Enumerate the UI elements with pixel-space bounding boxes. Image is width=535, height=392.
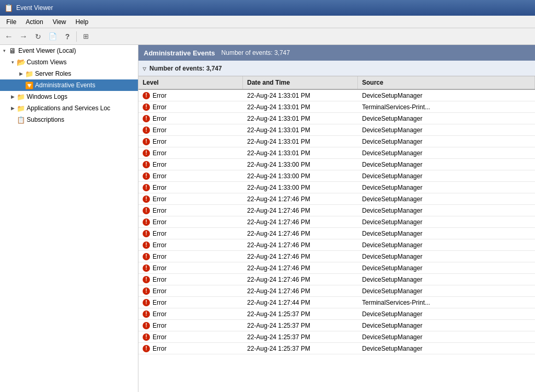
event-source-cell: DeviceSetupManager xyxy=(358,262,535,273)
error-icon: ! xyxy=(143,287,150,295)
event-level-text: Error xyxy=(153,264,167,272)
toggle-console-button[interactable]: ⊞ xyxy=(79,30,92,43)
event-row[interactable]: !Error22-Aug-24 1:33:01 PMDeviceSetupMan… xyxy=(138,124,535,136)
col-header-level[interactable]: Level xyxy=(138,76,243,89)
error-icon: ! xyxy=(143,264,150,272)
event-row[interactable]: !Error22-Aug-24 1:27:46 PMDeviceSetupMan… xyxy=(138,205,535,216)
event-source-cell: DeviceSetupManager xyxy=(358,113,535,124)
event-level-cell: !Error xyxy=(138,136,243,147)
col-header-datetime[interactable]: Date and Time xyxy=(243,76,358,89)
event-row[interactable]: !Error22-Aug-24 1:25:37 PMDeviceSetupMan… xyxy=(138,308,535,320)
event-level-cell: !Error xyxy=(138,159,243,170)
event-level-text: Error xyxy=(153,322,167,329)
tree-label-app-services: Applications and Services Loc xyxy=(27,105,110,112)
tree-item-custom-views[interactable]: ▾ 📂 Custom Views xyxy=(0,56,138,68)
event-row[interactable]: !Error22-Aug-24 1:27:46 PMDeviceSetupMan… xyxy=(138,262,535,274)
event-row[interactable]: !Error22-Aug-24 1:33:01 PMDeviceSetupMan… xyxy=(138,90,535,101)
expander-local[interactable]: ▾ xyxy=(0,47,8,55)
event-level-cell: !Error xyxy=(138,124,243,135)
error-icon: ! xyxy=(143,310,150,318)
event-level-cell: !Error xyxy=(138,343,243,354)
event-row[interactable]: !Error22-Aug-24 1:33:01 PMDeviceSetupMan… xyxy=(138,113,535,124)
error-icon: ! xyxy=(143,172,150,180)
event-row[interactable]: !Error22-Aug-24 1:33:01 PMTerminalServic… xyxy=(138,101,535,113)
event-row[interactable]: !Error22-Aug-24 1:27:46 PMDeviceSetupMan… xyxy=(138,251,535,262)
event-level-text: Error xyxy=(153,287,167,295)
filter-count-text: Number of events: 3,747 xyxy=(149,65,222,72)
tree-item-subscriptions[interactable]: ▶ 📋 Subscriptions xyxy=(0,114,138,125)
event-row[interactable]: !Error22-Aug-24 1:33:01 PMDeviceSetupMan… xyxy=(138,136,535,147)
tree-item-windows-logs[interactable]: ▶ 📁 Windows Logs xyxy=(0,91,138,102)
event-datetime-cell: 22-Aug-24 1:33:01 PM xyxy=(243,136,358,147)
event-source-cell: DeviceSetupManager xyxy=(358,90,535,101)
tree-item-app-services[interactable]: ▶ 📁 Applications and Services Loc xyxy=(0,102,138,114)
events-list[interactable]: !Error22-Aug-24 1:33:01 PMDeviceSetupMan… xyxy=(138,90,535,392)
folder-open-icon: 📂 xyxy=(17,58,25,66)
event-datetime-cell: 22-Aug-24 1:27:44 PM xyxy=(243,297,358,308)
event-source-cell: DeviceSetupManager xyxy=(358,182,535,193)
event-row[interactable]: !Error22-Aug-24 1:27:46 PMDeviceSetupMan… xyxy=(138,274,535,285)
menu-action[interactable]: Action xyxy=(21,17,47,27)
back-button[interactable]: ← xyxy=(2,30,16,43)
menu-help[interactable]: Help xyxy=(72,17,93,27)
event-datetime-cell: 22-Aug-24 1:33:01 PM xyxy=(243,90,358,101)
event-level-text: Error xyxy=(153,230,167,237)
event-datetime-cell: 22-Aug-24 1:25:37 PM xyxy=(243,343,358,354)
event-row[interactable]: !Error22-Aug-24 1:27:46 PMDeviceSetupMan… xyxy=(138,228,535,239)
event-row[interactable]: !Error22-Aug-24 1:27:46 PMDeviceSetupMan… xyxy=(138,239,535,251)
expander-custom-views[interactable]: ▾ xyxy=(8,58,17,66)
expander-windows-logs[interactable]: ▶ xyxy=(8,93,17,101)
event-row[interactable]: !Error22-Aug-24 1:33:00 PMDeviceSetupMan… xyxy=(138,170,535,182)
expander-app-services[interactable]: ▶ xyxy=(8,104,17,112)
event-level-text: Error xyxy=(153,345,167,352)
event-datetime-cell: 22-Aug-24 1:25:37 PM xyxy=(243,331,358,342)
properties-button[interactable]: 📄 xyxy=(46,30,60,43)
event-row[interactable]: !Error22-Aug-24 1:27:46 PMDeviceSetupMan… xyxy=(138,193,535,205)
tree-item-admin-events[interactable]: ▶ 🔽 Administrative Events xyxy=(0,79,138,91)
subscriptions-icon: 📋 xyxy=(17,116,25,124)
event-row[interactable]: !Error22-Aug-24 1:25:37 PMDeviceSetupMan… xyxy=(138,343,535,354)
tree-item-local[interactable]: ▾ 🖥 Event Viewer (Local) xyxy=(0,45,138,56)
event-row[interactable]: !Error22-Aug-24 1:27:46 PMDeviceSetupMan… xyxy=(138,216,535,228)
event-level-cell: !Error xyxy=(138,113,243,124)
event-datetime-cell: 22-Aug-24 1:33:01 PM xyxy=(243,147,358,158)
event-level-cell: !Error xyxy=(138,285,243,296)
event-source-cell: DeviceSetupManager xyxy=(358,320,535,331)
event-row[interactable]: !Error22-Aug-24 1:33:01 PMDeviceSetupMan… xyxy=(138,147,535,159)
event-row[interactable]: !Error22-Aug-24 1:33:00 PMDeviceSetupMan… xyxy=(138,159,535,170)
col-header-source[interactable]: Source xyxy=(358,76,535,89)
event-row[interactable]: !Error22-Aug-24 1:27:44 PMTerminalServic… xyxy=(138,297,535,308)
tree-item-server-roles[interactable]: ▶ 📁 Server Roles xyxy=(0,68,138,79)
refresh-button[interactable]: ↻ xyxy=(31,30,45,43)
event-level-text: Error xyxy=(153,92,167,99)
help-button[interactable]: ? xyxy=(61,30,74,43)
tree-label-local: Event Viewer (Local) xyxy=(18,47,76,54)
event-datetime-cell: 22-Aug-24 1:27:46 PM xyxy=(243,205,358,216)
menu-file[interactable]: File xyxy=(2,17,20,27)
event-level-text: Error xyxy=(153,138,167,145)
event-row[interactable]: !Error22-Aug-24 1:25:37 PMDeviceSetupMan… xyxy=(138,331,535,343)
panel-header: Administrative Events Number of events: … xyxy=(138,45,535,61)
expander-server-roles[interactable]: ▶ xyxy=(17,70,25,78)
forward-button[interactable]: → xyxy=(17,30,30,43)
tree-panel: ▾ 🖥 Event Viewer (Local) ▾ 📂 Custom View… xyxy=(0,45,138,392)
event-source-cell: DeviceSetupManager xyxy=(358,228,535,239)
event-row[interactable]: !Error22-Aug-24 1:27:46 PMDeviceSetupMan… xyxy=(138,285,535,297)
event-source-cell: DeviceSetupManager xyxy=(358,251,535,262)
event-row[interactable]: !Error22-Aug-24 1:33:00 PMDeviceSetupMan… xyxy=(138,182,535,193)
event-level-cell: !Error xyxy=(138,193,243,204)
event-source-cell: DeviceSetupManager xyxy=(358,274,535,285)
event-level-text: Error xyxy=(153,161,167,168)
event-source-cell: DeviceSetupManager xyxy=(358,343,535,354)
event-level-text: Error xyxy=(153,115,167,122)
event-datetime-cell: 22-Aug-24 1:27:46 PM xyxy=(243,262,358,273)
event-source-cell: DeviceSetupManager xyxy=(358,216,535,227)
event-source-cell: DeviceSetupManager xyxy=(358,239,535,250)
menu-view[interactable]: View xyxy=(49,17,71,27)
error-icon: ! xyxy=(143,126,150,134)
tree-label-custom-views: Custom Views xyxy=(27,59,66,66)
event-level-cell: !Error xyxy=(138,90,243,101)
event-row[interactable]: !Error22-Aug-24 1:25:37 PMDeviceSetupMan… xyxy=(138,320,535,331)
event-level-cell: !Error xyxy=(138,170,243,181)
main-layout: ▾ 🖥 Event Viewer (Local) ▾ 📂 Custom View… xyxy=(0,45,535,392)
